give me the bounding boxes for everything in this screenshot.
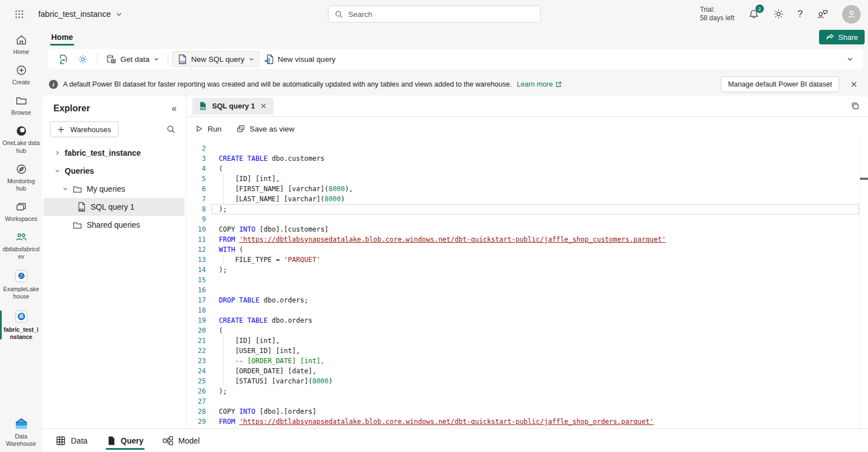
code-line[interactable]: 28COPY INTO [dbo].[orders] [187,406,868,417]
code-line[interactable]: 24 [ORDER_DATE] [date], [187,366,868,376]
code-line[interactable]: 20( [187,326,868,336]
query-tab-sql-query-1[interactable]: SQL SQL query 1 [192,98,273,115]
code-text: ); [219,386,227,396]
toolbar-divider [97,53,97,65]
tree-item-sql-query-1[interactable]: SQL SQL query 1 [43,198,185,216]
search-input[interactable] [348,10,534,19]
plus-icon [57,126,65,133]
code-line[interactable]: 18 [187,305,868,315]
sidebar-item-onelake-data-hub[interactable]: OneLake data hub [0,124,42,155]
code-line[interactable]: 12WITH ( [187,245,868,255]
new-sql-query-button[interactable]: SQL New SQL query [172,51,259,67]
save-as-view-button[interactable]: Save as view [236,124,295,133]
global-search[interactable] [328,6,541,22]
manage-default-dataset-button[interactable]: Manage default Power BI dataset [721,76,839,92]
add-warehouses-button[interactable]: Warehouses [50,121,119,137]
code-line[interactable]: 2 [187,143,868,153]
tree-item-shared-queries[interactable]: Shared queries [42,216,186,234]
close-icon[interactable] [260,102,267,110]
tree-item-queries[interactable]: Queries [42,162,186,180]
code-line[interactable]: 10COPY INTO [dbo].[customers] [187,224,868,234]
learn-more-link[interactable]: Learn more [517,80,562,88]
explorer-search-icon[interactable] [167,125,176,134]
code-line[interactable]: 3CREATE TABLE dbo.customers [187,153,868,164]
code-line[interactable]: 6 [FIRST_NAME] [varchar](8000), [187,184,868,194]
svg-text:SQL: SQL [179,60,186,63]
chevron-down-icon[interactable] [62,186,68,192]
sidebar-item-browse[interactable]: Browse [0,93,42,117]
svg-text:SQL: SQL [200,107,206,110]
code-text: ); [219,265,227,275]
code-line[interactable]: 7 [LAST_NAME] [varchar](8000) [187,194,868,204]
code-text: [ID] [int], [219,174,280,184]
sql-document-icon: SQL [77,202,86,212]
banner-close-icon[interactable] [850,80,858,88]
model-diagram-icon [163,436,173,446]
copy-icon[interactable] [851,101,860,111]
sidebar-item-dbtlabsfabricdev[interactable]: dbtlabsfabricdev [0,230,42,261]
feedback-icon[interactable] [816,8,829,20]
sidebar-item-home[interactable]: Home [0,33,42,57]
sidebar-item-fabric-test-instance[interactable]: fabric_test_instance [0,308,42,342]
new-sql-query-label: New SQL query [191,55,245,64]
sidebar-item-workspaces[interactable]: Workspaces [0,200,42,224]
refresh-button[interactable] [53,51,73,67]
code-line[interactable]: 4( [187,164,868,174]
run-button[interactable]: Run [195,125,222,133]
explorer-title: Explorer [53,103,90,114]
line-number: 12 [187,245,206,255]
query-settings-button[interactable] [73,51,93,67]
code-line[interactable]: 15 [187,275,868,285]
code-line[interactable]: 5 [ID] [int], [187,174,868,184]
new-visual-query-button[interactable]: New visual query [259,51,340,67]
sidebar-item-monitoring-hub[interactable]: Monitoring hub [0,162,42,193]
sidebar-item-label: Home [13,48,29,56]
code-line[interactable]: 22 [USER_ID] [int], [187,346,868,356]
tree-item-my-queries[interactable]: My queries [42,180,186,198]
app-launcher-button[interactable] [0,9,38,20]
tab-model[interactable]: Model [163,429,200,452]
settings-gear-icon[interactable] [773,8,784,20]
tab-home[interactable]: Home [48,30,77,44]
play-icon [195,125,203,133]
tab-data[interactable]: Data [56,429,88,452]
workspace-switcher[interactable]: fabric_test_instance [38,10,122,19]
tree-item-warehouse[interactable]: fabric_test_instance [42,144,186,162]
code-line[interactable]: 8); [187,204,868,214]
sidebar-item-examplelakehouse[interactable]: ExampleLakehouse [0,268,42,301]
chevron-down-icon[interactable] [55,168,60,174]
code-line[interactable]: 14); [187,265,868,275]
share-button[interactable]: Share [819,30,865,44]
code-line[interactable]: 11FROM 'https://dbtlabsynapsedatalake.bl… [187,234,868,245]
sidebar-item-label: Monitoring hub [2,178,40,192]
sidebar-item-create[interactable]: Create [0,63,42,87]
collapse-panel-icon[interactable]: « [172,103,177,114]
get-data-button[interactable]: Get data [101,51,164,67]
workspace-name: fabric_test_instance [38,10,111,19]
new-visual-query-label: New visual query [278,55,336,64]
code-line[interactable]: 29FROM 'https://dbtlabsynapsedatalake.bl… [187,417,868,427]
chevron-right-icon[interactable] [55,150,60,156]
query-tab-label: SQL query 1 [212,102,255,110]
code-line[interactable]: 17DROP TABLE dbo.orders; [187,295,868,305]
code-line[interactable]: 13 FILE_TYPE = 'PARQUET' [187,255,868,265]
code-line[interactable]: 26); [187,386,868,396]
sidebar-item-label: Create [12,79,30,86]
code-line[interactable]: 21 [ID] [int], [187,336,868,346]
tree-item-label: SQL query 1 [91,202,134,211]
code-line[interactable]: 9 [187,214,868,224]
sql-editor[interactable]: 23CREATE TABLE dbo.customers4(5 [ID] [in… [187,141,868,428]
code-line[interactable]: 23 -- [ORDER_DATE] [int], [187,356,868,366]
ribbon-tab-row: Home Share [42,28,868,46]
avatar[interactable] [842,5,861,24]
tab-query[interactable]: Query [107,429,143,452]
help-icon[interactable]: ? [798,8,803,20]
ribbon-collapse-chevron[interactable] [847,56,853,62]
sidebar-item-data-warehouse[interactable]: Data Warehouse [0,416,42,449]
notifications-button[interactable]: 2 [748,8,759,20]
code-line[interactable]: 16 [187,285,868,295]
code-line[interactable]: 27 [187,396,868,406]
code-line[interactable]: 25 [STATUS] [varchar](8000) [187,376,868,386]
code-text: [ID] [int], [219,336,280,346]
code-line[interactable]: 19CREATE TABLE dbo.orders [187,315,868,326]
